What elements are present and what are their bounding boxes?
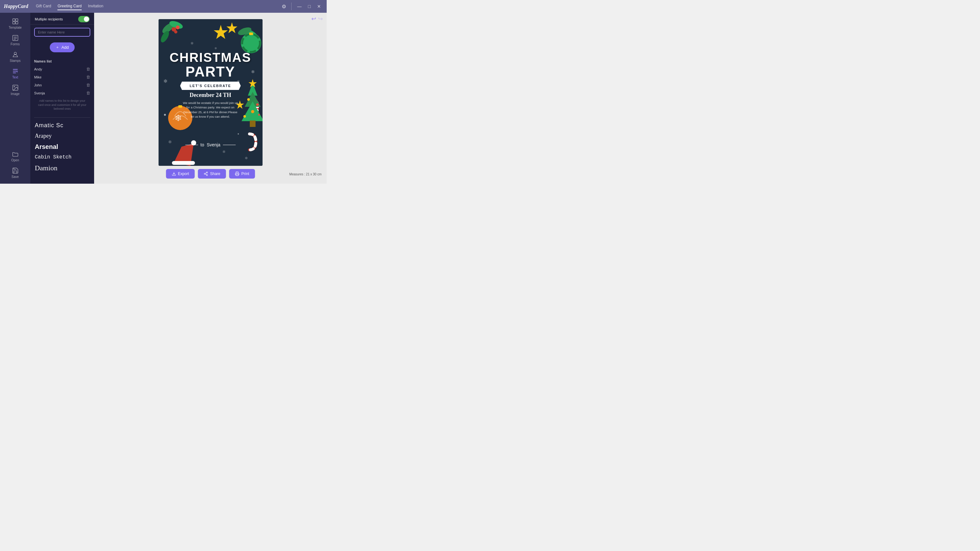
- svg-point-83: [207, 172, 208, 173]
- main-layout: Template Forms Stamps T Text: [0, 13, 327, 184]
- undo-button[interactable]: ↩: [311, 15, 316, 22]
- card-date: December 24 TH: [189, 92, 231, 98]
- toggle-thumb: [84, 17, 89, 22]
- sidebar-label-template: Template: [9, 26, 22, 29]
- name-row-svenja: Svenja 🗑: [34, 89, 90, 97]
- name-row-john: John 🗑: [34, 81, 90, 89]
- sidebar-label-stamps: Stamps: [10, 59, 21, 62]
- app-logo: HappyCard: [4, 3, 28, 9]
- export-button[interactable]: Export: [166, 169, 195, 179]
- name-john: John: [34, 83, 42, 87]
- font-amatic-sc[interactable]: Amatic Sc: [30, 120, 94, 131]
- card[interactable]: ❄ ❄ ❄ ❄ ❄ ❄ ❄ ❄: [159, 19, 262, 166]
- font-damion[interactable]: Damion: [30, 162, 94, 174]
- card-to-name: Svenja: [207, 142, 220, 147]
- svg-rect-1: [15, 19, 18, 21]
- name-row-andy: Andy 🗑: [34, 65, 90, 73]
- name-row-mike: Mike 🗑: [34, 73, 90, 81]
- font-arsenal[interactable]: Arsenal: [30, 141, 94, 152]
- svg-rect-2: [13, 22, 15, 24]
- maximize-button[interactable]: □: [306, 3, 313, 10]
- settings-icon[interactable]: ⚙: [280, 2, 288, 11]
- nav-giftcard[interactable]: Gift Card: [36, 3, 51, 10]
- svg-line-87: [205, 173, 207, 173]
- sidebar-label-text: Text: [12, 76, 18, 79]
- font-list: Amatic Sc Arapey Arsenal Cabin Sketch Da…: [30, 118, 94, 177]
- sidebar-label-open: Open: [11, 159, 19, 162]
- card-wrapper[interactable]: ❄ ❄ ❄ ❄ ❄ ❄ ❄ ❄: [159, 19, 262, 166]
- sidebar-item-forms[interactable]: Forms: [0, 32, 30, 48]
- svg-point-84: [204, 173, 205, 175]
- canvas-area: ↩ ↪: [94, 13, 327, 184]
- print-icon: [235, 171, 240, 176]
- card-to-line-left: [185, 145, 198, 145]
- svg-rect-88: [236, 174, 238, 176]
- delete-mike[interactable]: 🗑: [86, 75, 90, 79]
- delete-andy[interactable]: 🗑: [86, 67, 90, 71]
- sidebar-item-image[interactable]: Image: [0, 82, 30, 98]
- font-cabin-sketch[interactable]: Cabin Sketch: [30, 152, 94, 162]
- add-icon: ＋: [56, 44, 59, 50]
- print-button[interactable]: Print: [229, 169, 255, 179]
- topbar: HappyCard Gift Card Greeting Card Invita…: [0, 0, 327, 13]
- sidebar-item-open[interactable]: Open: [0, 148, 30, 165]
- delete-svenja[interactable]: 🗑: [86, 91, 90, 95]
- left-sidebar: Template Forms Stamps T Text: [0, 13, 30, 184]
- sidebar-item-save[interactable]: Save: [0, 165, 30, 181]
- export-label: Export: [178, 171, 189, 176]
- svg-rect-4: [13, 35, 18, 41]
- sidebar-label-forms: Forms: [11, 43, 19, 46]
- bottom-toolbar: Export Share Print: [166, 169, 255, 179]
- measures-value: 21 x 30 cm: [306, 173, 321, 176]
- topbar-actions: ⚙ — □ ✕: [280, 2, 323, 11]
- svg-line-86: [205, 174, 207, 175]
- card-title-christmas: CHRISTMAS: [170, 50, 251, 65]
- nav-invitation[interactable]: Invitation: [88, 3, 103, 10]
- delete-john[interactable]: 🗑: [86, 83, 90, 87]
- sidebar-label-image: Image: [11, 92, 20, 96]
- name-input[interactable]: [34, 28, 90, 37]
- undo-redo: ↩ ↪: [311, 15, 323, 22]
- name-svenja: Svenja: [34, 91, 45, 95]
- card-banner: LET'S CELEBRATE: [180, 82, 240, 90]
- font-arapey[interactable]: Arapey: [30, 131, 94, 141]
- card-to-label: to: [200, 142, 204, 147]
- names-list-title: Names list: [34, 58, 90, 65]
- add-button[interactable]: ＋ Add: [50, 43, 74, 52]
- sidebar-item-template[interactable]: Template: [0, 15, 30, 32]
- multiple-recipients-label: Multiple recipients: [35, 17, 75, 21]
- name-mike: Mike: [34, 75, 41, 79]
- share-icon: [204, 171, 208, 176]
- sidebar-item-text[interactable]: T Text: [0, 65, 30, 82]
- card-body-text: We would be ecstatic if you would join u…: [182, 101, 239, 119]
- name-input-section: [30, 25, 94, 40]
- redo-button[interactable]: ↪: [318, 15, 323, 22]
- add-button-wrap: ＋ Add: [30, 40, 94, 55]
- name-andy: Andy: [34, 67, 42, 71]
- measures: Measures : 21 x 30 cm: [290, 173, 321, 176]
- names-list-section: Names list Andy 🗑 Mike 🗑 John 🗑 Svenja 🗑…: [30, 55, 94, 118]
- minimize-button[interactable]: —: [295, 3, 304, 10]
- panel-header: Multiple recipients: [30, 13, 94, 25]
- share-label: Share: [210, 171, 220, 176]
- svg-point-85: [207, 175, 208, 176]
- svg-rect-3: [15, 22, 18, 24]
- svg-point-12: [14, 86, 15, 87]
- svg-rect-0: [13, 19, 15, 21]
- close-button[interactable]: ✕: [315, 3, 323, 10]
- share-button[interactable]: Share: [198, 169, 226, 179]
- svg-text:T: T: [16, 70, 18, 74]
- top-nav: Gift Card Greeting Card Invitation: [36, 3, 280, 10]
- names-hint: Add names to this list to design your ca…: [34, 97, 90, 114]
- print-label: Print: [242, 171, 250, 176]
- card-to: to Svenja: [185, 142, 236, 147]
- svg-point-8: [14, 52, 16, 54]
- nav-greetingcard[interactable]: Greeting Card: [57, 3, 81, 10]
- sidebar-item-stamps[interactable]: Stamps: [0, 48, 30, 65]
- card-title-party: PARTY: [186, 64, 235, 80]
- panel: Multiple recipients ＋ Add Names list And…: [30, 13, 94, 184]
- card-to-line-right: [223, 145, 236, 145]
- sidebar-label-save: Save: [11, 175, 19, 179]
- multiple-recipients-toggle[interactable]: [78, 16, 90, 22]
- add-button-label: Add: [61, 45, 68, 50]
